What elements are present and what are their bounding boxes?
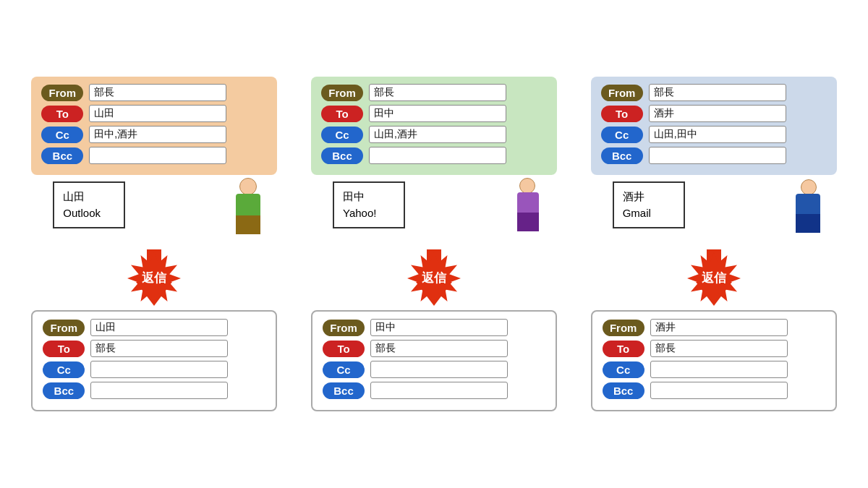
from-label: From <box>603 320 644 336</box>
email-row-to: To酒井 <box>601 105 827 122</box>
email-row-from: From酒井 <box>603 319 825 336</box>
to-field: 山田 <box>89 105 226 122</box>
cc-label: Cc <box>41 127 83 143</box>
cc-field <box>370 361 508 378</box>
bcc-field <box>90 382 228 399</box>
to-label: To <box>43 341 85 357</box>
from-field: 部長 <box>649 84 786 101</box>
to-label: To <box>603 341 644 357</box>
from-field: 部長 <box>369 84 506 101</box>
bcc-field <box>369 147 506 164</box>
bcc-field <box>649 147 786 164</box>
original-email-card: From部長To田中Cc山田,酒井Bcc <box>311 77 557 175</box>
email-row-bcc: Bcc <box>601 147 827 164</box>
from-field: 田中 <box>370 319 508 336</box>
from-label: From <box>601 85 643 101</box>
cc-label: Cc <box>43 361 85 378</box>
email-row-bcc: Bcc <box>41 147 267 164</box>
email-row-from: From部長 <box>601 84 827 101</box>
bcc-field <box>650 382 788 399</box>
bcc-label: Bcc <box>603 382 644 399</box>
reply-email-card: From酒井To部長CcBcc <box>591 310 837 411</box>
bcc-label: Bcc <box>321 147 363 164</box>
reply-label: 返信 <box>407 251 461 306</box>
email-row-cc: Cc <box>43 361 265 378</box>
bcc-label: Bcc <box>601 147 643 164</box>
email-row-from: From部長 <box>321 84 547 101</box>
from-label: From <box>41 85 83 101</box>
email-row-cc: Cc山田,酒井 <box>321 126 547 143</box>
char-body <box>796 194 820 215</box>
from-field: 山田 <box>90 319 228 336</box>
reply-email-card: From山田To部長CcBcc <box>31 310 277 411</box>
character-figure <box>506 178 550 239</box>
email-row-to: To部長 <box>323 340 545 357</box>
to-field: 田中 <box>369 105 506 122</box>
email-row-to: To部長 <box>43 340 265 357</box>
bcc-label: Bcc <box>41 147 83 164</box>
reply-label: 返信 <box>686 251 741 306</box>
char-legs <box>796 214 820 233</box>
to-label: To <box>321 106 363 122</box>
reply-email-card: From田中To部長CcBcc <box>311 310 557 411</box>
character-section: 酒井Gmail <box>591 178 837 243</box>
email-row-cc: Cc山田,田中 <box>601 126 827 143</box>
cc-field: 山田,酒井 <box>369 126 506 143</box>
char-legs <box>517 213 539 231</box>
email-row-cc: Cc <box>603 361 825 378</box>
email-row-from: From田中 <box>323 319 545 336</box>
character-section: 山田Outlook <box>31 178 277 243</box>
cc-field: 山田,田中 <box>649 126 786 143</box>
column-3: From部長To酒井Cc山田,田中Bcc酒井Gmail 返信From酒井To部長… <box>584 77 844 411</box>
email-row-cc: Cc <box>323 361 545 378</box>
char-legs <box>236 215 260 234</box>
char-body <box>517 192 539 214</box>
from-label: From <box>43 320 85 336</box>
bcc-label: Bcc <box>323 382 365 399</box>
email-row-to: To田中 <box>321 105 547 122</box>
cc-field <box>650 361 788 378</box>
to-field: 部長 <box>90 340 228 357</box>
arrow-section: 返信 <box>31 247 277 309</box>
char-body <box>236 194 260 217</box>
from-field: 酒井 <box>650 319 788 336</box>
arrow-section: 返信 <box>591 247 837 309</box>
to-label: To <box>41 106 83 122</box>
from-field: 部長 <box>89 84 226 101</box>
to-label: To <box>601 106 643 122</box>
bcc-label: Bcc <box>43 382 85 399</box>
email-row-bcc: Bcc <box>321 147 547 164</box>
email-row-cc: Cc田中,酒井 <box>41 126 267 143</box>
starburst: 返信 <box>127 251 182 306</box>
from-label: From <box>321 85 363 101</box>
char-head <box>239 178 257 195</box>
arrow-section: 返信 <box>311 247 557 309</box>
bcc-field <box>370 382 508 399</box>
cc-label: Cc <box>321 127 363 143</box>
cc-label: Cc <box>603 361 644 378</box>
speech-box: 酒井Gmail <box>613 181 685 228</box>
speech-box: 山田Outlook <box>53 181 125 228</box>
to-label: To <box>323 341 365 357</box>
column-2: From部長To田中Cc山田,酒井Bcc田中Yahoo! 返信From田中To部… <box>304 77 564 411</box>
from-label: From <box>323 320 365 336</box>
starburst: 返信 <box>407 251 461 306</box>
original-email-card: From部長To山田Cc田中,酒井Bcc <box>31 77 277 175</box>
email-row-bcc: Bcc <box>323 382 545 399</box>
bcc-field <box>89 147 226 164</box>
to-field: 部長 <box>650 340 788 357</box>
character-section: 田中Yahoo! <box>311 178 557 243</box>
cc-field <box>90 361 228 378</box>
email-row-to: To部長 <box>603 340 825 357</box>
to-field: 部長 <box>370 340 508 357</box>
character-figure <box>786 178 830 239</box>
email-row-from: From部長 <box>41 84 267 101</box>
column-1: From部長To山田Cc田中,酒井Bcc山田Outlook 返信From山田To… <box>24 77 284 411</box>
char-head <box>519 178 535 194</box>
reply-label: 返信 <box>127 251 182 306</box>
email-row-bcc: Bcc <box>43 382 265 399</box>
cc-label: Cc <box>323 361 365 378</box>
character-figure <box>226 178 270 239</box>
email-row-to: To山田 <box>41 105 267 122</box>
to-field: 酒井 <box>649 105 786 122</box>
